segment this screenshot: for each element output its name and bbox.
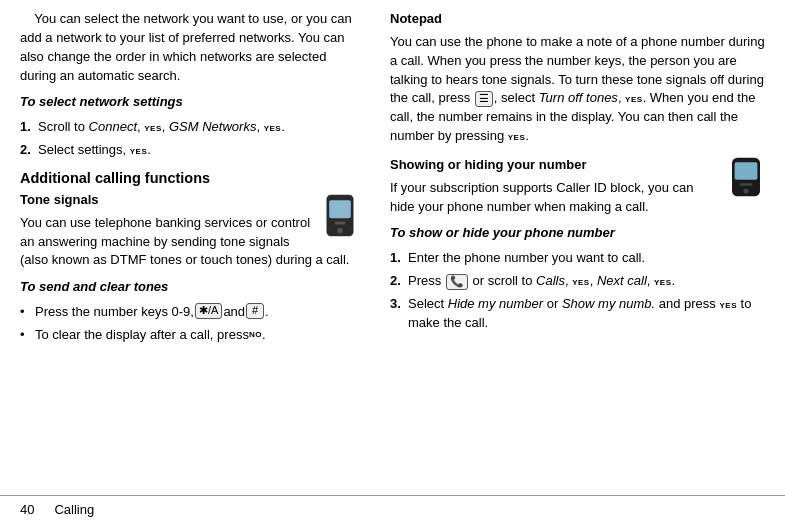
select-network-heading: To select network settings <box>20 93 360 112</box>
step-1: 1. Scroll to Connect, yes, GSM Networks,… <box>20 118 360 137</box>
phone-icon-tone <box>320 193 360 238</box>
send-tones-heading: To send and clear tones <box>20 278 360 297</box>
svg-rect-2 <box>335 222 346 225</box>
content-area: You can select the network you want to u… <box>0 0 785 495</box>
show-hide-steps: 1. Enter the phone number you want to ca… <box>390 249 765 332</box>
additional-calling-heading: Additional calling functions <box>20 170 360 186</box>
tone-signals-text: You can use telephone banking services o… <box>20 214 360 271</box>
bullet-clear-display: To clear the display after a call, press… <box>20 326 360 345</box>
svg-rect-1 <box>329 200 351 218</box>
r-step-2: 2. Press 📞 or scroll to Calls, yes, Next… <box>390 272 765 291</box>
svg-rect-5 <box>735 162 758 180</box>
step-2: 2. Select settings, yes. <box>20 141 360 160</box>
notepad-text: You can use the phone to make a note of … <box>390 33 765 146</box>
left-column: You can select the network you want to u… <box>20 10 380 495</box>
footer: 40 Calling <box>0 495 785 523</box>
r-step-1: 1. Enter the phone number you want to ca… <box>390 249 765 268</box>
bullet-press-keys: Press the number keys 0-9, ✱/A and #. <box>20 303 360 322</box>
r-step-3: 3. Select Hide my number or Show my numb… <box>390 295 765 333</box>
tone-signals-heading: Tone signals <box>20 191 360 210</box>
hash-key-icon: # <box>246 303 264 319</box>
star-key-icon: ✱/A <box>195 303 222 319</box>
svg-point-7 <box>743 188 748 193</box>
svg-point-3 <box>337 228 342 233</box>
show-hide-sub-heading: To show or hide your phone number <box>390 224 765 243</box>
footer-page-number: 40 <box>20 502 34 517</box>
page-container: You can select the network you want to u… <box>0 0 785 523</box>
send-tones-bullets: Press the number keys 0-9, ✱/A and #. To… <box>20 303 360 345</box>
showing-heading: Showing or hiding your number <box>390 156 765 175</box>
footer-section-label: Calling <box>54 502 94 517</box>
showing-hiding-section: Showing or hiding your number If your su… <box>390 156 765 217</box>
call-key-icon: 📞 <box>446 274 468 290</box>
svg-rect-6 <box>740 183 752 186</box>
intro-text: You can select the network you want to u… <box>20 10 360 85</box>
tone-signals-section: Tone signals You can use telephone banki… <box>20 191 360 270</box>
notepad-heading: Notepad <box>390 10 765 29</box>
select-network-steps: 1. Scroll to Connect, yes, GSM Networks,… <box>20 118 360 160</box>
right-column: Notepad You can use the phone to make a … <box>380 10 765 495</box>
showing-text: If your subscription supports Caller ID … <box>390 179 765 217</box>
menu-key-icon: ☰ <box>475 91 493 107</box>
phone-icon-showing <box>727 156 765 198</box>
